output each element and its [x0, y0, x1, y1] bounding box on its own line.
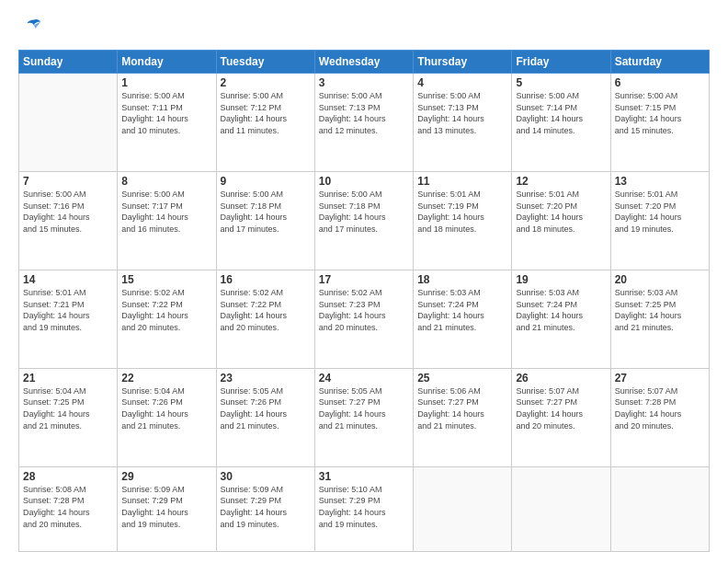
day-number: 16 [221, 273, 311, 286]
weekday-header-wednesday: Wednesday [314, 51, 413, 74]
day-info: Sunrise: 5:03 AM Sunset: 7:25 PM Dayligh… [615, 287, 705, 333]
day-info: Sunrise: 5:01 AM Sunset: 7:19 PM Dayligh… [417, 189, 507, 235]
day-number: 18 [417, 273, 507, 286]
day-number: 29 [121, 470, 211, 483]
day-number: 5 [516, 76, 606, 89]
day-number: 13 [615, 175, 705, 188]
day-number: 9 [221, 175, 311, 188]
calendar-cell: 3Sunrise: 5:00 AM Sunset: 7:13 PM Daylig… [314, 74, 413, 172]
day-number: 19 [516, 273, 606, 286]
calendar-cell: 27Sunrise: 5:07 AM Sunset: 7:28 PM Dayli… [610, 368, 709, 466]
day-info: Sunrise: 5:08 AM Sunset: 7:28 PM Dayligh… [23, 484, 113, 530]
calendar-cell: 31Sunrise: 5:10 AM Sunset: 7:29 PM Dayli… [314, 466, 413, 551]
day-number: 25 [417, 372, 507, 385]
day-number: 30 [221, 470, 311, 483]
calendar-week-row: 14Sunrise: 5:01 AM Sunset: 7:21 PM Dayli… [19, 270, 710, 368]
calendar-week-row: 21Sunrise: 5:04 AM Sunset: 7:25 PM Dayli… [19, 368, 710, 466]
weekday-header-row: SundayMondayTuesdayWednesdayThursdayFrid… [19, 51, 710, 74]
calendar-cell: 25Sunrise: 5:06 AM Sunset: 7:27 PM Dayli… [414, 368, 512, 466]
day-info: Sunrise: 5:10 AM Sunset: 7:29 PM Dayligh… [319, 484, 409, 530]
calendar-cell: 7Sunrise: 5:00 AM Sunset: 7:16 PM Daylig… [19, 171, 118, 270]
day-number: 4 [417, 76, 507, 89]
day-number: 20 [615, 273, 705, 286]
calendar-cell: 13Sunrise: 5:01 AM Sunset: 7:20 PM Dayli… [610, 171, 709, 270]
calendar-table: SundayMondayTuesdayWednesdayThursdayFrid… [18, 50, 710, 552]
day-info: Sunrise: 5:01 AM Sunset: 7:21 PM Dayligh… [23, 287, 113, 333]
calendar-cell: 26Sunrise: 5:07 AM Sunset: 7:27 PM Dayli… [512, 368, 610, 466]
day-number: 22 [121, 372, 211, 385]
day-number: 10 [319, 175, 409, 188]
day-info: Sunrise: 5:04 AM Sunset: 7:26 PM Dayligh… [121, 385, 211, 431]
day-info: Sunrise: 5:07 AM Sunset: 7:27 PM Dayligh… [516, 385, 606, 431]
weekday-header-sunday: Sunday [19, 51, 118, 74]
day-info: Sunrise: 5:00 AM Sunset: 7:14 PM Dayligh… [516, 90, 606, 136]
day-number: 15 [121, 273, 211, 286]
calendar-cell: 8Sunrise: 5:00 AM Sunset: 7:17 PM Daylig… [118, 171, 216, 270]
calendar-cell: 29Sunrise: 5:09 AM Sunset: 7:29 PM Dayli… [118, 466, 216, 551]
day-number: 28 [23, 470, 113, 483]
day-number: 31 [319, 470, 409, 483]
calendar-cell: 30Sunrise: 5:09 AM Sunset: 7:29 PM Dayli… [216, 466, 314, 551]
day-number: 26 [516, 372, 606, 385]
day-number: 14 [23, 273, 113, 286]
logo-icon [18, 15, 44, 40]
day-number: 7 [23, 175, 113, 188]
day-info: Sunrise: 5:03 AM Sunset: 7:24 PM Dayligh… [516, 287, 606, 333]
calendar-cell: 2Sunrise: 5:00 AM Sunset: 7:12 PM Daylig… [216, 74, 314, 172]
calendar-cell: 18Sunrise: 5:03 AM Sunset: 7:24 PM Dayli… [414, 270, 512, 368]
day-info: Sunrise: 5:00 AM Sunset: 7:17 PM Dayligh… [121, 189, 211, 235]
day-info: Sunrise: 5:01 AM Sunset: 7:20 PM Dayligh… [516, 189, 606, 235]
day-info: Sunrise: 5:00 AM Sunset: 7:18 PM Dayligh… [221, 189, 311, 235]
calendar-cell: 1Sunrise: 5:00 AM Sunset: 7:11 PM Daylig… [118, 74, 216, 172]
weekday-header-thursday: Thursday [414, 51, 512, 74]
calendar-cell: 15Sunrise: 5:02 AM Sunset: 7:22 PM Dayli… [118, 270, 216, 368]
day-info: Sunrise: 5:04 AM Sunset: 7:25 PM Dayligh… [23, 385, 113, 431]
day-number: 24 [319, 372, 409, 385]
day-info: Sunrise: 5:02 AM Sunset: 7:23 PM Dayligh… [319, 287, 409, 333]
day-info: Sunrise: 5:00 AM Sunset: 7:18 PM Dayligh… [319, 189, 409, 235]
day-number: 2 [221, 76, 311, 89]
calendar-header: SundayMondayTuesdayWednesdayThursdayFrid… [19, 51, 710, 74]
calendar-cell: 14Sunrise: 5:01 AM Sunset: 7:21 PM Dayli… [19, 270, 118, 368]
day-info: Sunrise: 5:09 AM Sunset: 7:29 PM Dayligh… [121, 484, 211, 530]
calendar-week-row: 28Sunrise: 5:08 AM Sunset: 7:28 PM Dayli… [19, 466, 710, 551]
calendar-cell: 4Sunrise: 5:00 AM Sunset: 7:13 PM Daylig… [414, 74, 512, 172]
day-number: 8 [121, 175, 211, 188]
calendar-cell: 16Sunrise: 5:02 AM Sunset: 7:22 PM Dayli… [216, 270, 314, 368]
day-number: 21 [23, 372, 113, 385]
calendar-cell: 17Sunrise: 5:02 AM Sunset: 7:23 PM Dayli… [314, 270, 413, 368]
calendar-cell: 23Sunrise: 5:05 AM Sunset: 7:26 PM Dayli… [216, 368, 314, 466]
calendar-cell: 24Sunrise: 5:05 AM Sunset: 7:27 PM Dayli… [314, 368, 413, 466]
weekday-header-tuesday: Tuesday [216, 51, 314, 74]
calendar-week-row: 1Sunrise: 5:00 AM Sunset: 7:11 PM Daylig… [19, 74, 710, 172]
calendar-week-row: 7Sunrise: 5:00 AM Sunset: 7:16 PM Daylig… [19, 171, 710, 270]
calendar-cell: 9Sunrise: 5:00 AM Sunset: 7:18 PM Daylig… [216, 171, 314, 270]
logo [18, 15, 48, 40]
day-number: 11 [417, 175, 507, 188]
day-info: Sunrise: 5:01 AM Sunset: 7:20 PM Dayligh… [615, 189, 705, 235]
day-number: 12 [516, 175, 606, 188]
calendar-cell [19, 74, 118, 172]
day-number: 17 [319, 273, 409, 286]
day-info: Sunrise: 5:06 AM Sunset: 7:27 PM Dayligh… [417, 385, 507, 431]
calendar-cell: 19Sunrise: 5:03 AM Sunset: 7:24 PM Dayli… [512, 270, 610, 368]
calendar-cell: 21Sunrise: 5:04 AM Sunset: 7:25 PM Dayli… [19, 368, 118, 466]
day-info: Sunrise: 5:00 AM Sunset: 7:16 PM Dayligh… [23, 189, 113, 235]
day-info: Sunrise: 5:02 AM Sunset: 7:22 PM Dayligh… [121, 287, 211, 333]
calendar-cell: 28Sunrise: 5:08 AM Sunset: 7:28 PM Dayli… [19, 466, 118, 551]
day-info: Sunrise: 5:00 AM Sunset: 7:13 PM Dayligh… [417, 90, 507, 136]
calendar-cell: 6Sunrise: 5:00 AM Sunset: 7:15 PM Daylig… [610, 74, 709, 172]
weekday-header-saturday: Saturday [610, 51, 709, 74]
day-info: Sunrise: 5:05 AM Sunset: 7:26 PM Dayligh… [221, 385, 311, 431]
calendar-cell: 10Sunrise: 5:00 AM Sunset: 7:18 PM Dayli… [314, 171, 413, 270]
weekday-header-friday: Friday [512, 51, 610, 74]
weekday-header-monday: Monday [118, 51, 216, 74]
day-info: Sunrise: 5:00 AM Sunset: 7:13 PM Dayligh… [319, 90, 409, 136]
calendar-cell [512, 466, 610, 551]
calendar-cell [610, 466, 709, 551]
day-info: Sunrise: 5:00 AM Sunset: 7:12 PM Dayligh… [221, 90, 311, 136]
calendar-cell: 22Sunrise: 5:04 AM Sunset: 7:26 PM Dayli… [118, 368, 216, 466]
day-info: Sunrise: 5:00 AM Sunset: 7:11 PM Dayligh… [121, 90, 211, 136]
day-info: Sunrise: 5:09 AM Sunset: 7:29 PM Dayligh… [221, 484, 311, 530]
day-number: 1 [121, 76, 211, 89]
